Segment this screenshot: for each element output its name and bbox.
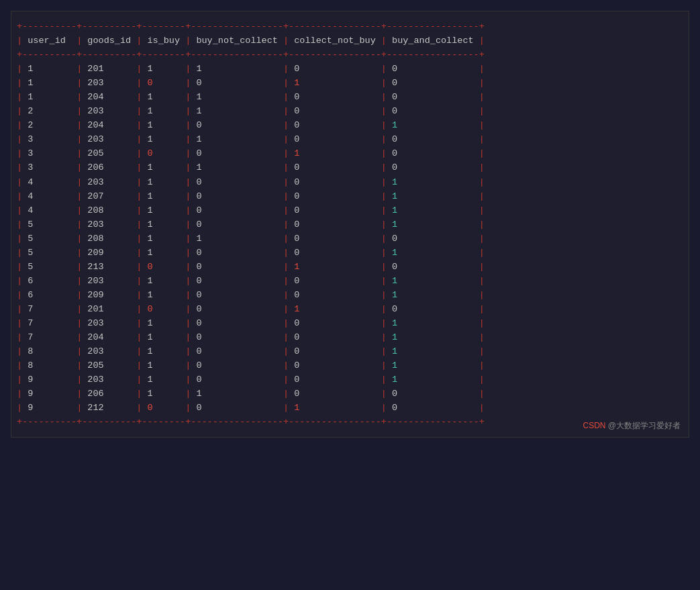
- watermark-author: @大数据学习爱好者: [608, 421, 681, 430]
- table-container: +----------+----------+--------+--------…: [17, 19, 683, 429]
- terminal-window: +----------+----------+--------+--------…: [11, 11, 689, 438]
- sql-table-output: +----------+----------+--------+--------…: [17, 19, 683, 429]
- watermark-csdn: CSDN: [583, 421, 607, 430]
- watermark: CSDN @大数据学习爱好者: [583, 420, 681, 432]
